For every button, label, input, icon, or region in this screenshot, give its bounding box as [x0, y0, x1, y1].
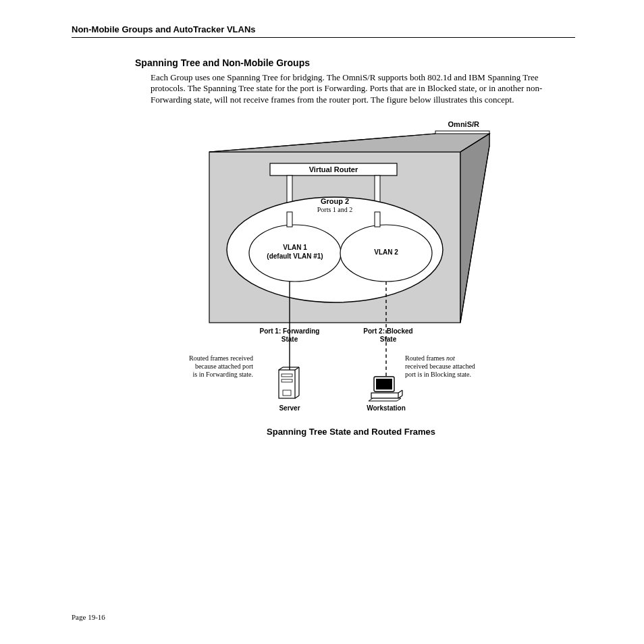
svg-marker-10 [209, 134, 489, 152]
port1-label-1: Port 1: Forwarding [260, 327, 320, 335]
port1-label-2: State [281, 336, 298, 343]
server-label: Server [279, 404, 300, 412]
svg-rect-28 [376, 379, 392, 390]
svg-rect-16 [287, 212, 292, 227]
svg-line-32 [398, 396, 402, 398]
vlan2-label: VLAN 2 [374, 248, 398, 256]
right-note-l2: received because attached [405, 363, 475, 370]
group-subtitle: Ports 1 and 2 [317, 206, 353, 213]
figure-caption: Spanning Tree State and Routed Frames [135, 427, 567, 437]
svg-line-30 [398, 390, 402, 393]
left-note-l1: Routed frames received [189, 354, 253, 362]
workstation-label: Workstation [367, 404, 406, 412]
group-title: Group 2 [321, 197, 349, 205]
diagram-figure: OmniS/R Virtual [135, 122, 567, 432]
section-title: Spanning Tree and Non-Mobile Groups [135, 57, 310, 68]
svg-marker-33 [369, 398, 401, 401]
port2-label-1: Port 2: Blocked [363, 327, 412, 335]
left-note-l3: is in Forwarding state. [193, 371, 253, 378]
server-icon [279, 367, 299, 398]
running-head: Non-Mobile Groups and AutoTracker VLANs [72, 24, 575, 38]
virtual-router-label: Virtual Router [309, 165, 358, 173]
right-note-l1: Routed frames not [405, 354, 455, 362]
svg-rect-17 [375, 212, 380, 227]
svg-rect-29 [371, 393, 398, 398]
svg-line-21 [295, 396, 299, 398]
vlan1-sublabel: (default VLAN #1) [267, 252, 323, 260]
body-paragraph: Each Group uses one Spanning Tree for br… [151, 72, 569, 105]
left-note-l2: because attached port [195, 363, 253, 370]
port2-label-2: State [380, 336, 397, 343]
omnisr-label: OmniS/R [448, 122, 480, 128]
vlan1-label: VLAN 1 [283, 244, 307, 251]
workstation-icon [369, 377, 402, 401]
page-number: Page 19-16 [72, 613, 105, 621]
right-note-l3: port is in Blocking state. [405, 371, 471, 378]
